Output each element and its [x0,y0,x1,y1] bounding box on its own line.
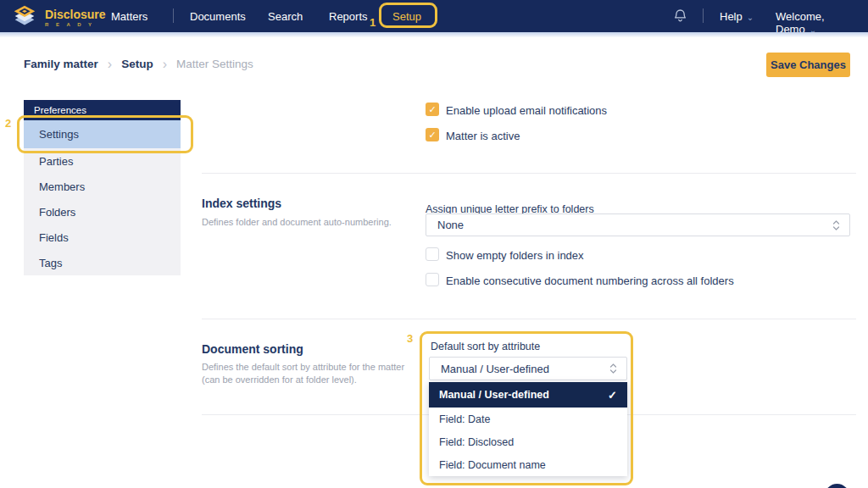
breadcrumb-setup[interactable]: Setup [121,58,153,70]
section-divider [202,173,856,174]
nav-item-search[interactable]: Search [268,10,303,23]
nav-item-documents[interactable]: Documents [190,10,246,23]
top-navigation-bar: Disclosure R E A D Y Matters Documents S… [0,0,868,32]
prefix-select[interactable]: None [426,214,850,236]
logo-icon [10,3,39,32]
document-sorting-description: Defines the default sort by attribute fo… [202,361,420,386]
sidebar-item-folders[interactable]: Folders [24,199,181,225]
sort-select-value: Manual / User-defined [430,363,609,375]
checkbox-label: Enable upload email notifications [446,104,607,117]
breadcrumb-matter[interactable]: Family matter [24,58,98,70]
sort-dropdown-list: Manual / User-defined ✓ Field: Date Fiel… [429,382,627,476]
checkbox-consecutive-numbering[interactable] [426,273,439,286]
sidebar-item-parties[interactable]: Parties [24,148,181,174]
annotation-number-1: 1 [370,16,376,29]
section-divider [202,319,856,319]
select-sort-icon [832,219,840,231]
select-sort-icon [609,363,617,374]
nav-help-menu[interactable]: Help⌄ [720,10,754,23]
breadcrumb-separator-icon: › [108,58,112,69]
sidebar-item-tags[interactable]: Tags [24,250,181,275]
sort-select[interactable]: Manual / User-defined [429,357,627,380]
annotation-number-2: 2 [5,117,11,130]
dropdown-option-field-document-name[interactable]: Field: Document name [429,453,627,476]
brand-name: Disclosure [45,8,106,20]
check-icon: ✓ [608,389,617,402]
preferences-sidebar: Preferences Settings Parties Members Fol… [24,100,181,275]
index-settings-title: Index settings [202,197,281,210]
sidebar-item-fields[interactable]: Fields [24,225,181,250]
notification-bell-icon[interactable] [673,8,687,27]
brand-logo[interactable]: Disclosure R E A D Y [10,3,106,32]
dropdown-option-field-date[interactable]: Field: Date [429,408,627,430]
dropdown-option-manual[interactable]: Manual / User-defined ✓ [429,382,627,408]
document-sorting-title: Document sorting [202,342,303,356]
nav-divider [703,8,704,23]
checkbox-matter-active[interactable]: ✓ [426,128,439,141]
index-settings-description: Defines folder and document auto-numberi… [202,216,422,229]
chevron-down-icon: ⌄ [747,13,754,22]
sidebar-item-members[interactable]: Members [24,174,181,199]
prefix-select-value: None [426,219,832,231]
nav-item-setup[interactable]: Setup [392,10,421,23]
checkbox-label: Enable consecutive document numbering ac… [446,274,734,287]
nav-item-matters[interactable]: Matters [111,10,147,23]
sort-select-label: Default sort by attribute [431,341,540,352]
breadcrumb-separator-icon: › [163,58,167,69]
nav-divider [173,8,174,23]
breadcrumb: Family matter › Setup › Matter Settings [24,58,253,70]
checkbox-upload-notifications[interactable]: ✓ [426,103,439,116]
nav-item-reports[interactable]: Reports [329,10,368,23]
nav-bottom-strip [0,32,868,37]
breadcrumb-current-page: Matter Settings [176,58,253,70]
sidebar-header: Preferences [24,100,181,120]
floating-action-button[interactable] [825,484,849,488]
checkbox-show-empty-folders[interactable] [426,247,439,261]
checkbox-label: Matter is active [446,130,520,142]
brand-tagline: R E A D Y [45,22,106,27]
sidebar-item-settings[interactable]: Settings [24,120,181,148]
save-changes-button[interactable]: Save Changes [766,53,850,77]
annotation-number-3: 3 [407,332,413,345]
dropdown-option-field-disclosed[interactable]: Field: Disclosed [429,430,627,453]
checkbox-label: Show empty folders in index [446,249,584,262]
